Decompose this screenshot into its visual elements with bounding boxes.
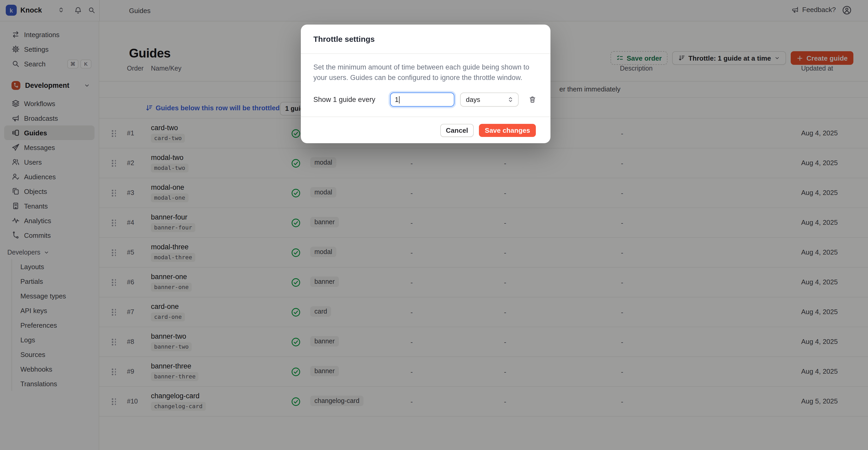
modal-footer: Cancel Save changes [301,117,551,143]
select-value: days [466,96,480,104]
throttle-interval-input[interactable]: 1 [390,92,454,107]
save-changes-button[interactable]: Save changes [479,123,536,137]
trash-icon[interactable] [529,96,536,104]
modal-header: Throttle settings [301,25,551,54]
throttle-form-label: Show 1 guide every [313,96,375,104]
throttle-settings-modal: Throttle settings Set the minimum amount… [301,25,551,143]
text-caret [399,96,400,103]
throttle-form-row: Show 1 guide every 1 days [313,92,538,107]
cancel-button[interactable]: Cancel [440,123,474,137]
input-value: 1 [395,96,399,104]
throttle-unit-select[interactable]: days [460,92,519,107]
modal-description: Set the minimum amount of time between e… [313,62,536,83]
modal-title: Throttle settings [313,34,375,44]
app-window: k Knock Guides Feedback? Integrations [0,0,868,450]
chevron-up-down-icon [507,96,514,103]
